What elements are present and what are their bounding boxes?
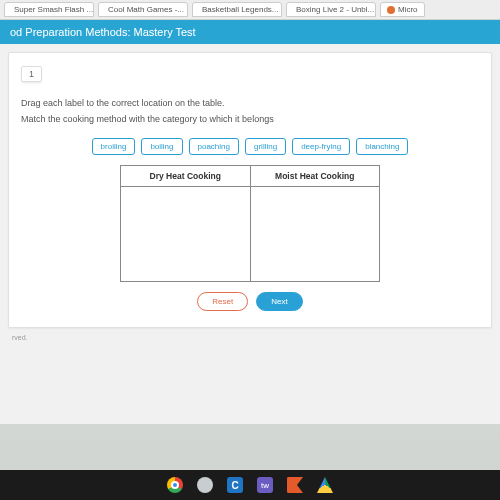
drive-icon[interactable] — [317, 477, 333, 493]
tab-coolmath[interactable]: Cool Math Games -... — [98, 2, 188, 17]
chip-grilling[interactable]: grilling — [245, 138, 286, 155]
instruction-line-2: Match the cooking method with the catego… — [21, 114, 479, 124]
instruction-line-1: Drag each label to the correct location … — [21, 98, 479, 108]
column-header-dry: Dry Heat Cooking — [121, 166, 251, 187]
tab-basketball[interactable]: Basketball Legends... — [192, 2, 282, 17]
favicon-icon — [387, 6, 395, 14]
tw-app-icon[interactable] — [257, 477, 273, 493]
next-button[interactable]: Next — [256, 292, 302, 311]
browser-tabs: Super Smash Flash ... Cool Math Games -.… — [0, 0, 500, 20]
page-title-bar: od Preparation Methods: Mastery Test — [0, 20, 500, 44]
question-card: 1 Drag each label to the correct locatio… — [8, 52, 492, 328]
page-title: od Preparation Methods: Mastery Test — [10, 26, 196, 38]
tab-smash[interactable]: Super Smash Flash ... — [4, 2, 94, 17]
os-taskbar — [0, 470, 500, 500]
chrome-icon[interactable] — [167, 477, 183, 493]
reset-button[interactable]: Reset — [197, 292, 248, 311]
column-header-moist: Moist Heat Cooking — [250, 166, 380, 187]
app-icon[interactable] — [197, 477, 213, 493]
tab-boxing[interactable]: Boxing Live 2 - Unbl... — [286, 2, 376, 17]
flag-icon[interactable] — [287, 477, 303, 493]
footer-text: rved. — [8, 328, 492, 347]
chip-broiling[interactable]: broiling — [92, 138, 136, 155]
chip-blanching[interactable]: blanching — [356, 138, 408, 155]
draggable-chip-row: broiling boiling poaching grilling deep-… — [21, 138, 479, 155]
tab-micro[interactable]: Micro — [380, 2, 425, 17]
chip-deep-frying[interactable]: deep-frying — [292, 138, 350, 155]
drop-table: Dry Heat Cooking Moist Heat Cooking — [120, 165, 380, 282]
chip-boiling[interactable]: boiling — [141, 138, 182, 155]
drop-zone-moist[interactable] — [250, 187, 380, 282]
drop-zone-dry[interactable] — [121, 187, 251, 282]
c-app-icon[interactable] — [227, 477, 243, 493]
chip-poaching[interactable]: poaching — [189, 138, 239, 155]
question-number-badge: 1 — [21, 66, 42, 82]
